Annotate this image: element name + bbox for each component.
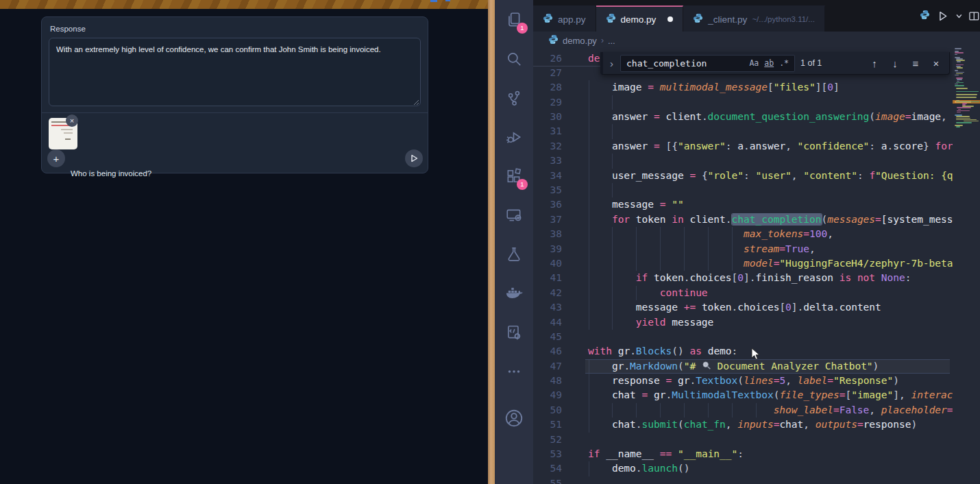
code-line[interactable]: 33: [533, 154, 953, 168]
line-number: 26: [533, 51, 570, 66]
line-number: 53: [533, 447, 570, 461]
code-line[interactable]: 45: [533, 330, 953, 344]
code-line[interactable]: 37for token in client.chat_completion(me…: [533, 213, 953, 227]
code-line[interactable]: 53if __name__ == "__main__":: [533, 447, 953, 461]
find-previous-button[interactable]: ↑: [867, 58, 882, 69]
response-textarea[interactable]: With an extremely high level of confiden…: [49, 38, 421, 106]
chevron-down-icon[interactable]: [955, 12, 963, 20]
line-number: 44: [533, 315, 570, 330]
find-close-button[interactable]: ×: [929, 58, 944, 69]
code-line[interactable]: 28image = multimodal_message["files"][0]: [533, 80, 953, 95]
attachment-remove-button[interactable]: ×: [66, 114, 78, 127]
line-number: 30: [533, 110, 570, 124]
activity-item-run-debug[interactable]: [495, 117, 533, 156]
activity-item-account[interactable]: [495, 391, 533, 430]
find-input-container: Aa ab .*: [620, 55, 795, 72]
code-line[interactable]: 32answer = [{"answer": a.answer, "confid…: [533, 139, 953, 154]
find-widget: › Aa ab .* 1 of 1 ↑ ↓ ≡ ×: [600, 52, 950, 75]
code-line[interactable]: 50show_label=False, placeholder="Upload …: [533, 403, 953, 418]
find-in-selection-button[interactable]: ≡: [908, 58, 923, 69]
split-editor-button[interactable]: [968, 10, 980, 22]
activity-badge: 1: [517, 179, 528, 190]
line-number: 40: [533, 256, 570, 271]
run-button[interactable]: [936, 10, 949, 23]
breadcrumb-file[interactable]: demo.py: [563, 36, 597, 46]
tab-label: _client.py: [708, 14, 747, 25]
line-number: 46: [533, 344, 570, 359]
activity-item-source-control[interactable]: [495, 78, 533, 117]
dirty-indicator[interactable]: [667, 16, 673, 22]
code-line[interactable]: 30answer = client.document_question_answ…: [533, 110, 953, 124]
activity-item-test-beaker[interactable]: [495, 234, 533, 274]
match-case-toggle[interactable]: Aa: [746, 58, 761, 69]
code-line[interactable]: 39stream=True,: [533, 242, 953, 256]
tab-app.py[interactable]: app.py: [533, 5, 596, 32]
add-file-button[interactable]: +: [47, 149, 65, 167]
panel-divider: [42, 112, 428, 113]
activity-item-remote-preview[interactable]: [495, 195, 533, 234]
tab-label: app.py: [558, 14, 586, 25]
line-number: 47: [533, 359, 570, 374]
tab-_client.py[interactable]: _client.py~/.../python3.11/...: [683, 5, 825, 32]
chat-input-placeholder[interactable]: Who is being invoiced?: [71, 169, 151, 178]
code-line[interactable]: 40model="HuggingFaceH4/zephyr-7b-beta"):: [533, 256, 953, 271]
code-line[interactable]: 36message = "": [533, 197, 953, 212]
python-icon: [548, 34, 559, 47]
code-line[interactable]: 34user_message = {"role": "user", "conte…: [533, 169, 953, 183]
code-line[interactable]: 49chat = gr.MultimodalTextbox(file_types…: [533, 388, 953, 402]
code-line[interactable]: 41if token.choices[0].finish_reason is n…: [533, 271, 953, 285]
code-line[interactable]: 38max_tokens=100,: [533, 227, 953, 241]
code-line[interactable]: 47gr.Markdown("# Document Analyzer Chatb…: [533, 359, 953, 374]
source-control-icon: [505, 89, 523, 107]
code-line[interactable]: 54demo.launch(): [533, 461, 953, 476]
code-line[interactable]: 31: [533, 124, 953, 138]
find-input[interactable]: [626, 58, 746, 69]
search-match: chat_completion: [732, 214, 822, 225]
activity-item-files[interactable]: 1: [495, 0, 533, 39]
breadcrumb-symbol[interactable]: ...: [608, 36, 615, 46]
code-editor[interactable]: 26def chat_fn(multimodal_message):2728im…: [533, 49, 953, 484]
code-line[interactable]: 46with gr.Blocks() as demo:: [533, 344, 953, 359]
line-number: 54: [533, 461, 570, 476]
line-number: 42: [533, 286, 570, 300]
activity-item-search[interactable]: [495, 39, 533, 78]
code-line[interactable]: 55: [533, 476, 953, 484]
regex-toggle[interactable]: .*: [776, 58, 792, 69]
send-button[interactable]: [405, 149, 423, 167]
activity-badge: 1: [517, 23, 528, 34]
code-line[interactable]: 51chat.submit(chat_fn, inputs=chat, outp…: [533, 418, 953, 432]
code-line[interactable]: 43message += token.choices[0].delta.cont…: [533, 300, 953, 315]
activity-item-more[interactable]: [495, 352, 533, 391]
python-icon: [543, 13, 553, 25]
minimap[interactable]: [953, 32, 980, 484]
line-number: 36: [533, 197, 570, 212]
find-expand-chevron-icon[interactable]: ›: [609, 58, 615, 69]
editor-tab-bar: app.pydemo.py_client.py~/.../python3.11/…: [533, 0, 980, 32]
activity-item-docker[interactable]: [495, 274, 533, 313]
line-number: 33: [533, 154, 570, 168]
whole-word-toggle[interactable]: ab: [761, 58, 776, 69]
line-number: 45: [533, 330, 570, 344]
mouse-cursor: [751, 348, 761, 361]
code-line[interactable]: 44yield message: [533, 315, 953, 330]
breadcrumb[interactable]: demo.py › ...: [533, 32, 980, 49]
screen: Response With an extremely high level of…: [0, 0, 980, 484]
code-line[interactable]: 42continue: [533, 286, 953, 300]
python-icon: [920, 10, 930, 23]
textarea-resize-handle[interactable]: [413, 99, 419, 106]
code-line[interactable]: 52: [533, 433, 953, 447]
code-line[interactable]: 48response = gr.Textbox(lines=5, label="…: [533, 374, 953, 388]
line-number: 52: [533, 433, 570, 447]
activity-item-extensions[interactable]: 1: [495, 156, 533, 195]
search-icon: [505, 50, 523, 68]
top-band-speck: [445, 0, 450, 1]
code-line[interactable]: 29: [533, 95, 953, 110]
python-icon: [693, 13, 703, 25]
tab-demo.py[interactable]: demo.py: [596, 5, 684, 32]
response-panel: Response With an extremely high level of…: [41, 16, 428, 173]
activity-item-task-config[interactable]: [495, 313, 533, 352]
line-number: 55: [533, 476, 570, 484]
find-next-button[interactable]: ↓: [887, 58, 903, 69]
find-results-count: 1 of 1: [800, 58, 822, 68]
code-line[interactable]: 35: [533, 183, 953, 197]
